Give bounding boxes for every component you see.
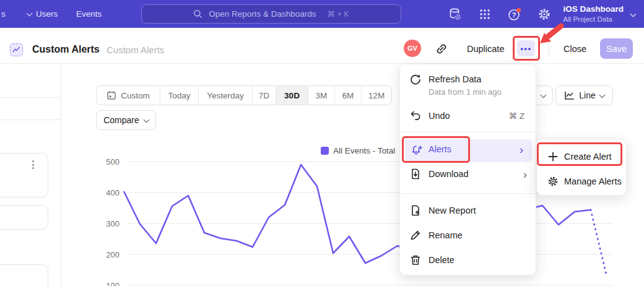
menu-separator <box>400 132 536 132</box>
nav-item-users[interactable]: Users <box>36 9 58 19</box>
range-yesterday[interactable]: Yesterday <box>199 86 253 105</box>
legend-swatch <box>321 147 329 155</box>
duplicate-button[interactable]: Duplicate <box>467 44 504 54</box>
more-options-menu: Refresh Data Data from 1 min ago Undo ⌘ … <box>399 64 536 275</box>
range-7d[interactable]: 7D <box>253 86 276 105</box>
left-panel <box>0 64 61 286</box>
nav-item-events[interactable]: Events <box>76 9 102 19</box>
search-icon <box>193 9 202 19</box>
range-30d[interactable]: 30D <box>276 86 308 105</box>
refresh-icon <box>409 73 422 85</box>
project-switcher[interactable]: iOS Dashboard All Project Data <box>563 4 624 24</box>
pencil-icon <box>409 229 422 241</box>
range-label: Custom <box>121 91 150 100</box>
chart-legend: All Events - Total <box>321 146 395 155</box>
undo-icon <box>409 110 422 122</box>
range-6m[interactable]: 6M <box>335 86 362 105</box>
chevron-down-icon <box>599 92 605 98</box>
chevron-down-icon <box>630 11 637 17</box>
menu-item-rename[interactable]: Rename <box>400 229 536 246</box>
nav-boards-partial[interactable]: s <box>1 9 6 19</box>
calendar-icon <box>107 90 116 100</box>
svg-text:?: ? <box>512 11 516 19</box>
left-panel-divider <box>0 97 61 98</box>
apps-grid-icon[interactable] <box>477 7 492 22</box>
help-icon[interactable]: ? <box>507 7 522 22</box>
menu-item-new-report[interactable]: New Report <box>400 204 536 222</box>
range-3m[interactable]: 3M <box>308 86 335 105</box>
svg-text:500: 500 <box>106 157 120 167</box>
chevron-down-icon <box>27 11 33 17</box>
menu-item-delete[interactable]: Delete <box>400 254 536 271</box>
top-navigation: s Users Events Open Reports & Dashboards… <box>0 0 644 28</box>
legend-label: All Events - Total <box>333 146 395 155</box>
new-report-icon <box>409 204 422 217</box>
copy-link-icon[interactable] <box>435 43 448 55</box>
gear-icon <box>547 176 559 187</box>
metric-card[interactable] <box>0 153 48 197</box>
line-chart-icon <box>564 91 575 100</box>
download-file-icon <box>409 168 422 180</box>
range-12m[interactable]: 12M <box>362 86 391 105</box>
search-placeholder: Open Reports & Dashboards <box>209 9 316 19</box>
chevron-down-icon <box>541 92 547 98</box>
chart-type-label: Line <box>579 90 595 100</box>
trash-icon <box>409 254 422 266</box>
chevron-down-icon <box>143 116 149 123</box>
metric-card[interactable] <box>0 205 48 230</box>
menu-item-undo[interactable]: Undo ⌘ Z <box>400 110 536 127</box>
left-panel-divider <box>0 119 61 120</box>
range-today[interactable]: Today <box>160 86 199 105</box>
menu-item-refresh-data[interactable]: Refresh Data Data from 1 min ago <box>400 73 536 100</box>
search-shortcut: ⌘ + K <box>328 9 349 19</box>
avatar[interactable]: GV <box>404 40 421 57</box>
alerts-submenu: Create Alert Manage Alerts <box>536 139 627 196</box>
submenu-arrow-icon: › <box>523 168 527 181</box>
save-button[interactable]: Save <box>600 38 633 59</box>
breadcrumb: Custom Alerts <box>107 45 164 55</box>
project-subtitle: All Project Data <box>563 15 624 24</box>
chart-type-button[interactable]: Line <box>555 85 613 105</box>
metric-card[interactable] <box>0 264 48 286</box>
plus-icon <box>547 151 559 162</box>
settings-gear-icon[interactable] <box>537 7 552 22</box>
submenu-item-create-alert[interactable]: Create Alert <box>537 147 626 168</box>
alert-bell-plus-icon <box>411 144 423 157</box>
more-options-button[interactable]: ••• <box>517 40 535 56</box>
notification-badge <box>516 7 521 12</box>
close-button[interactable]: Close <box>564 44 586 54</box>
svg-text:200: 200 <box>106 250 120 259</box>
svg-text:400: 400 <box>106 188 120 197</box>
svg-text:100: 100 <box>106 281 120 286</box>
menu-item-alerts[interactable]: Alerts › <box>405 139 532 162</box>
submenu-item-manage-alerts[interactable]: Manage Alerts <box>537 171 626 193</box>
menu-item-download[interactable]: Download › <box>400 165 536 186</box>
compare-label: Compare <box>103 115 139 125</box>
range-custom[interactable]: Custom <box>97 86 160 105</box>
menu-separator <box>400 193 536 194</box>
toolbar-divider <box>549 41 549 56</box>
svg-text:300: 300 <box>106 219 120 228</box>
search-input[interactable]: Open Reports & Dashboards ⌘ + K <box>141 4 401 24</box>
date-range-control: Custom Today Yesterday 7D 30D 3M 6M 12M <box>96 85 392 105</box>
project-name: iOS Dashboard <box>563 4 624 15</box>
submenu-arrow-icon: › <box>520 143 523 157</box>
data-source-icon[interactable] <box>448 7 463 22</box>
compare-button[interactable]: Compare <box>96 110 156 130</box>
card-more-options-icon[interactable] <box>32 160 34 169</box>
report-icon <box>10 43 23 56</box>
page-title: Custom Alerts <box>32 44 100 55</box>
